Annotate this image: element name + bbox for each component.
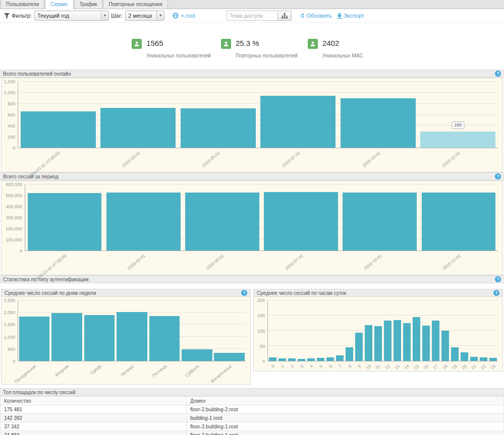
bar[interactable]	[413, 317, 420, 361]
bar[interactable]	[403, 323, 410, 361]
x-axis-label: 14	[403, 363, 410, 370]
bar[interactable]	[149, 316, 180, 361]
bar[interactable]	[355, 333, 362, 361]
panel-sessions-hour: Среднее число сессий по часам суток ? 05…	[253, 289, 503, 385]
bar[interactable]	[278, 358, 286, 361]
bar[interactable]	[185, 193, 259, 251]
bar[interactable]	[470, 357, 477, 361]
top-sites-section: Топ площадок по числу сессий Количество …	[0, 388, 504, 435]
stat-value: 2402	[322, 39, 363, 47]
x-axis-label: 2020-05-01	[205, 253, 226, 271]
bar[interactable]	[28, 193, 102, 251]
bar[interactable]	[451, 347, 458, 361]
bar[interactable]	[260, 96, 335, 148]
column-header-domain: Домен	[187, 397, 504, 405]
bar[interactable]	[307, 358, 314, 361]
bar[interactable]	[420, 132, 495, 148]
stats-row: 1565Уникальных пользователей25.3 %Повтор…	[0, 23, 504, 70]
bar[interactable]	[336, 355, 343, 361]
bar[interactable]	[298, 359, 305, 361]
section-title: Среднее число сессий по дням недели	[5, 290, 96, 296]
bar[interactable]	[326, 357, 333, 361]
bar[interactable]	[117, 312, 147, 361]
stat-label: Уникальных MAC	[322, 53, 363, 58]
filter-select[interactable]: Текущий год ▼	[34, 11, 109, 21]
y-axis-tick: 400,000	[6, 204, 22, 209]
bar[interactable]	[269, 357, 276, 361]
bar[interactable]	[21, 111, 96, 148]
cell-count: 24 884	[1, 431, 187, 435]
bar[interactable]	[317, 358, 324, 361]
bar[interactable]	[343, 193, 417, 251]
stat-value: 25.3 %	[236, 39, 298, 47]
export-button[interactable]: Экспорт	[337, 13, 364, 19]
bar[interactable]	[182, 349, 212, 361]
bar[interactable]	[461, 352, 468, 361]
x-axis: 01234567891011121314151617181920212223	[267, 361, 498, 371]
user-icon	[132, 39, 142, 49]
x-axis-label: 2020-12-01	[441, 150, 461, 168]
y-axis: 02004006008001,0001,200	[2, 82, 18, 148]
table-row: 37 342floor-3.building-1.root	[1, 422, 504, 431]
chevron-down-icon: ▼	[101, 11, 108, 20]
x-axis-label: 12	[384, 363, 391, 370]
x-axis-label: 2020-05-01	[201, 150, 221, 168]
bar[interactable]	[432, 321, 439, 361]
table-header-row: Количество Домен	[1, 397, 504, 405]
section-header-sessions-period: Всего сессий за период ?	[0, 172, 504, 180]
y-axis-tick: 800	[8, 101, 15, 106]
bar[interactable]	[394, 320, 401, 361]
access-point-tree-button[interactable]	[278, 11, 292, 21]
bar[interactable]	[84, 315, 115, 361]
refresh-button[interactable]: Обновить	[300, 13, 332, 19]
tab[interactable]: Пользователи	[1, 0, 44, 9]
bar[interactable]	[341, 98, 416, 148]
bar[interactable]	[288, 358, 295, 361]
bar[interactable]	[214, 353, 245, 361]
bar[interactable]	[422, 193, 496, 251]
help-icon[interactable]: ?	[495, 276, 501, 282]
help-icon[interactable]: ?	[493, 290, 499, 296]
x-axis-label: 23	[489, 363, 496, 370]
x-axis-label: 20	[461, 363, 468, 370]
y-axis-tick: 200,000	[6, 226, 22, 231]
bar[interactable]	[489, 358, 496, 361]
bar[interactable]	[441, 331, 449, 361]
help-icon[interactable]: ?	[241, 290, 247, 296]
access-point-input[interactable]	[227, 11, 278, 21]
y-axis-tick: 0	[262, 359, 265, 364]
bar[interactable]	[374, 326, 381, 361]
y-axis-tick: 200	[8, 135, 15, 140]
bar[interactable]	[346, 347, 353, 361]
bar[interactable]	[422, 326, 429, 361]
help-icon[interactable]: ?	[495, 71, 501, 77]
bar[interactable]	[106, 193, 181, 251]
tab[interactable]: Трафик	[74, 0, 103, 9]
y-axis-tick: 0	[20, 248, 22, 254]
y-axis-tick: 100	[257, 329, 265, 334]
refresh-icon	[300, 13, 305, 19]
y-axis-tick: 1,000	[4, 90, 15, 95]
tab[interactable]: Повторные посещения	[103, 0, 167, 9]
bar[interactable]	[181, 108, 256, 148]
stat-label: Уникальных пользователей	[146, 53, 211, 58]
step-select-value: 2 месяца	[128, 13, 152, 19]
help-icon[interactable]: ?	[495, 173, 501, 179]
column-header-count: Количество	[1, 397, 187, 405]
step-select[interactable]: 2 месяца ▼	[125, 11, 164, 21]
x-axis: 2020-01-01 07:00:002020-03-012020-05-012…	[25, 251, 498, 275]
root-link[interactable]: +.root	[181, 13, 195, 19]
tab[interactable]: Сервис	[45, 0, 73, 9]
y-axis-tick: 1,500	[4, 322, 15, 327]
bar[interactable]	[100, 108, 176, 148]
export-label: Экспорт	[344, 13, 364, 19]
x-axis-label: 6	[328, 363, 333, 369]
bar[interactable]	[19, 317, 50, 361]
y-axis: 05001,0001,5002,0002,500	[2, 300, 18, 361]
bar[interactable]	[51, 313, 82, 361]
bar[interactable]	[365, 325, 372, 361]
bar[interactable]	[480, 357, 487, 361]
bar[interactable]	[384, 321, 391, 361]
y-axis-tick: 0	[13, 359, 15, 364]
bar[interactable]	[264, 192, 338, 251]
